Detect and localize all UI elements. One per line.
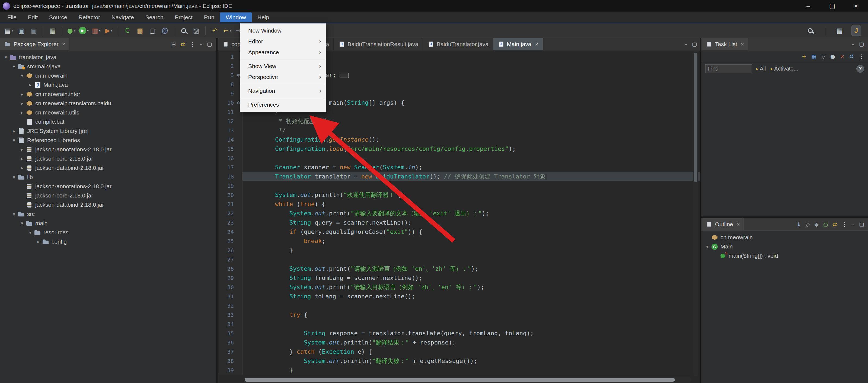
build-all-icon[interactable]: ▦ bbox=[46, 25, 59, 36]
vertical-scrollbar-thumb[interactable] bbox=[694, 53, 698, 182]
close-button[interactable]: × bbox=[844, 0, 868, 12]
open-perspective-icon[interactable]: ▦ bbox=[834, 25, 846, 36]
save-icon[interactable]: ▣ bbox=[16, 25, 27, 36]
menu-help[interactable]: Help bbox=[252, 12, 275, 22]
tree-item[interactable]: ▸cn.meowrain.translators.baidu bbox=[0, 99, 216, 108]
tree-item[interactable]: ▾lib bbox=[0, 172, 216, 182]
window-menu-item-preferences[interactable]: Preferences bbox=[240, 99, 326, 110]
expander-collapsed-icon[interactable]: ▸ bbox=[19, 156, 26, 161]
expander-expanded-icon[interactable]: ▾ bbox=[704, 244, 711, 249]
tree-item[interactable]: ▸cn.meowrain.utils bbox=[0, 108, 216, 117]
tree-item[interactable]: ▸config bbox=[0, 237, 216, 246]
tree-item[interactable]: jackson-core-2.18.0.jar bbox=[0, 191, 216, 200]
tab-task-list[interactable]: Task List × bbox=[702, 38, 748, 50]
close-icon[interactable]: × bbox=[62, 41, 65, 47]
window-menu-item-appearance[interactable]: Appearance› bbox=[240, 47, 326, 58]
expander-expanded-icon[interactable]: ▾ bbox=[10, 174, 18, 180]
new-wizard-icon[interactable]: ▤▾ bbox=[3, 25, 15, 36]
new-java-package-icon[interactable]: ▦ bbox=[134, 25, 146, 36]
horizontal-scrollbar[interactable] bbox=[244, 377, 692, 382]
menu-project[interactable]: Project bbox=[169, 12, 198, 22]
save-all-icon[interactable]: ▣ bbox=[28, 25, 40, 36]
debug-icon[interactable]: ●▾ bbox=[65, 25, 77, 36]
clear-icon[interactable]: × bbox=[840, 53, 844, 60]
window-menu-item-perspective[interactable]: Perspective› bbox=[240, 72, 326, 83]
tree-item[interactable]: ▾src/main/java bbox=[0, 62, 216, 71]
tree-item[interactable]: ▸cn.meowrain.inter bbox=[0, 90, 216, 99]
tree-item[interactable]: ▸jackson-core-2.18.0.jar bbox=[0, 154, 216, 163]
hide-static-icon[interactable]: ◆ bbox=[814, 221, 818, 228]
new-java-class-icon[interactable]: C bbox=[122, 25, 133, 36]
categorized-view-icon[interactable]: ▦ bbox=[811, 53, 816, 60]
tree-item[interactable]: jackson-annotations-2.18.0.jar bbox=[0, 182, 216, 191]
back-icon[interactable]: ←▾ bbox=[221, 25, 233, 36]
task-list-link-all[interactable]: ▸All bbox=[756, 66, 766, 72]
last-edit-location-icon[interactable]: ↶ bbox=[209, 25, 221, 36]
window-menu-item-editor[interactable]: Editor› bbox=[240, 36, 326, 47]
expander-collapsed-icon[interactable]: ▸ bbox=[19, 91, 26, 97]
expander-expanded-icon[interactable]: ▾ bbox=[19, 221, 26, 226]
expander-expanded-icon[interactable]: ▾ bbox=[19, 73, 26, 78]
search-icon[interactable] bbox=[178, 25, 190, 36]
expander-collapsed-icon[interactable]: ▸ bbox=[35, 239, 42, 245]
link-with-editor-icon[interactable]: ⇄ bbox=[180, 41, 185, 47]
window-menu-item-new-window[interactable]: New Window bbox=[240, 25, 326, 36]
tree-item[interactable]: ▾resources bbox=[0, 228, 216, 237]
expander-collapsed-icon[interactable]: ▸ bbox=[19, 101, 26, 106]
expander-expanded-icon[interactable]: ▾ bbox=[27, 230, 34, 235]
expander-collapsed-icon[interactable]: ▸ bbox=[10, 128, 18, 134]
filter-icon[interactable]: ▽ bbox=[822, 53, 826, 60]
expander-expanded-icon[interactable]: ▾ bbox=[10, 211, 18, 217]
maximize-icon[interactable]: ▢ bbox=[207, 41, 212, 47]
horizontal-scrollbar-thumb[interactable] bbox=[245, 378, 675, 382]
maximize-icon[interactable]: ▢ bbox=[692, 41, 697, 47]
maximize-icon[interactable]: ▢ bbox=[859, 221, 864, 228]
tree-item[interactable]: ▾translator_java bbox=[0, 53, 216, 62]
task-find-input[interactable] bbox=[705, 64, 752, 73]
external-tools-icon[interactable]: ▶▾ bbox=[103, 25, 115, 36]
menu-refactor[interactable]: Refactor bbox=[73, 12, 106, 22]
menu-navigate[interactable]: Navigate bbox=[106, 12, 140, 22]
close-icon[interactable]: × bbox=[741, 41, 744, 47]
link-with-editor-icon[interactable]: ⇄ bbox=[833, 221, 837, 228]
expander-collapsed-icon[interactable]: ▸ bbox=[19, 110, 26, 115]
javadoc-icon[interactable]: @ bbox=[159, 25, 171, 36]
new-jar-icon[interactable]: ▢ bbox=[147, 25, 158, 36]
tree-item[interactable]: ▸JRE System Library [jre] bbox=[0, 126, 216, 136]
minimize-button[interactable]: – bbox=[796, 0, 820, 12]
java-perspective-button[interactable]: J bbox=[851, 26, 861, 36]
menu-edit[interactable]: Edit bbox=[22, 12, 43, 22]
tab-outline[interactable]: Outline × bbox=[702, 218, 744, 230]
tree-item[interactable]: ▸jackson-databind-2.18.0.jar bbox=[0, 163, 216, 172]
minimize-icon[interactable]: – bbox=[852, 221, 855, 228]
tree-item[interactable]: jackson-databind-2.18.0.jar bbox=[0, 200, 216, 210]
tree-item[interactable]: ▸jackson-annotations-2.18.0.jar bbox=[0, 145, 216, 154]
minimize-icon[interactable]: – bbox=[684, 41, 687, 47]
view-menu-icon[interactable]: ⋮ bbox=[859, 53, 864, 60]
task-list-link-activate-[interactable]: ▸Activate... bbox=[771, 66, 798, 72]
close-icon[interactable]: × bbox=[535, 41, 538, 47]
expander-expanded-icon[interactable]: ▾ bbox=[2, 55, 9, 60]
maximize-icon[interactable]: ▢ bbox=[859, 41, 864, 47]
menu-search[interactable]: Search bbox=[140, 12, 169, 22]
tree-item[interactable]: ▾Main bbox=[702, 242, 868, 251]
tree-item[interactable]: ▾Referenced Libraries bbox=[0, 136, 216, 145]
editor-tab-baidutranslator-java[interactable]: BaiduTranslator.java bbox=[423, 38, 493, 50]
vertical-scrollbar[interactable] bbox=[693, 51, 698, 377]
tab-package-explorer[interactable]: Package Explorer × bbox=[0, 38, 69, 50]
maximize-button[interactable]: ▢ bbox=[820, 0, 844, 12]
window-menu-item-navigation[interactable]: Navigation› bbox=[240, 86, 326, 96]
hide-fields-icon[interactable]: ◇ bbox=[806, 221, 810, 228]
tree-item[interactable]: ▾src bbox=[0, 210, 216, 219]
folded-region-icon[interactable] bbox=[339, 73, 348, 78]
tree-item[interactable]: ▸Main.java bbox=[0, 80, 216, 90]
tree-item[interactable]: ▾cn.meowrain bbox=[0, 71, 216, 80]
run-icon[interactable]: ▶▾ bbox=[78, 25, 90, 36]
sort-icon[interactable]: ↓ bbox=[796, 221, 801, 228]
help-icon[interactable]: ? bbox=[856, 65, 864, 73]
close-icon[interactable]: × bbox=[737, 221, 740, 228]
window-menu-item-show-view[interactable]: Show View› bbox=[240, 61, 326, 72]
expander-expanded-icon[interactable]: ▾ bbox=[10, 64, 18, 69]
mark-occurrences-icon[interactable]: ▨ bbox=[190, 25, 202, 36]
minimize-icon[interactable]: – bbox=[199, 41, 203, 47]
